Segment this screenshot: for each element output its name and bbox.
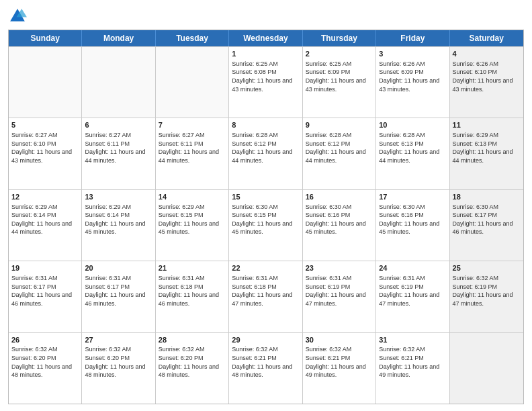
day-info: Sunrise: 6:28 AM Sunset: 6:13 PM Dayligh… — [379, 131, 446, 165]
day-info: Sunrise: 6:31 AM Sunset: 6:19 PM Dayligh… — [306, 274, 373, 308]
day-info: Sunrise: 6:32 AM Sunset: 6:21 PM Dayligh… — [232, 345, 299, 379]
calendar-cell: 25Sunrise: 6:32 AM Sunset: 6:19 PM Dayli… — [450, 261, 523, 332]
day-number: 16 — [306, 192, 373, 202]
day-number: 3 — [379, 49, 446, 59]
day-number: 31 — [379, 335, 446, 345]
calendar-cell: 9Sunrise: 6:28 AM Sunset: 6:12 PM Daylig… — [303, 118, 376, 189]
day-info: Sunrise: 6:31 AM Sunset: 6:18 PM Dayligh… — [232, 274, 299, 308]
day-info: Sunrise: 6:32 AM Sunset: 6:19 PM Dayligh… — [453, 274, 521, 308]
day-info: Sunrise: 6:27 AM Sunset: 6:10 PM Dayligh… — [11, 131, 79, 165]
day-number: 7 — [159, 120, 226, 130]
calendar-cell: 16Sunrise: 6:30 AM Sunset: 6:16 PM Dayli… — [303, 190, 376, 261]
day-info: Sunrise: 6:30 AM Sunset: 6:17 PM Dayligh… — [453, 203, 521, 236]
day-number: 10 — [379, 120, 446, 130]
day-info: Sunrise: 6:32 AM Sunset: 6:20 PM Dayligh… — [85, 345, 152, 379]
day-info: Sunrise: 6:32 AM Sunset: 6:21 PM Dayligh… — [306, 345, 373, 379]
day-number: 1 — [232, 49, 299, 59]
calendar-header-cell: Tuesday — [156, 30, 229, 46]
calendar-body: 1Sunrise: 6:25 AM Sunset: 6:08 PM Daylig… — [9, 46, 523, 404]
calendar-header-cell: Wednesday — [229, 30, 302, 46]
calendar-cell: 7Sunrise: 6:27 AM Sunset: 6:11 PM Daylig… — [156, 118, 229, 189]
day-number: 17 — [379, 192, 446, 202]
day-number: 19 — [11, 263, 79, 273]
calendar-cell: 8Sunrise: 6:28 AM Sunset: 6:12 PM Daylig… — [229, 118, 302, 189]
calendar-cell: 27Sunrise: 6:32 AM Sunset: 6:20 PM Dayli… — [82, 333, 155, 404]
day-info: Sunrise: 6:31 AM Sunset: 6:17 PM Dayligh… — [11, 274, 79, 308]
calendar-cell: 6Sunrise: 6:27 AM Sunset: 6:11 PM Daylig… — [82, 118, 155, 189]
calendar-week-2: 5Sunrise: 6:27 AM Sunset: 6:10 PM Daylig… — [9, 118, 523, 189]
calendar-week-5: 26Sunrise: 6:32 AM Sunset: 6:20 PM Dayli… — [9, 332, 523, 404]
calendar-cell: 22Sunrise: 6:31 AM Sunset: 6:18 PM Dayli… — [229, 261, 302, 332]
day-info: Sunrise: 6:31 AM Sunset: 6:19 PM Dayligh… — [379, 274, 446, 308]
day-info: Sunrise: 6:25 AM Sunset: 6:08 PM Dayligh… — [232, 60, 299, 93]
day-number: 4 — [453, 49, 521, 59]
header — [8, 7, 524, 26]
calendar-cell: 28Sunrise: 6:32 AM Sunset: 6:20 PM Dayli… — [156, 333, 229, 404]
day-number: 21 — [159, 263, 226, 273]
calendar-header-cell: Saturday — [450, 30, 523, 46]
calendar-cell: 24Sunrise: 6:31 AM Sunset: 6:19 PM Dayli… — [376, 261, 449, 332]
day-info: Sunrise: 6:26 AM Sunset: 6:09 PM Dayligh… — [379, 60, 446, 93]
day-info: Sunrise: 6:29 AM Sunset: 6:14 PM Dayligh… — [11, 203, 79, 236]
day-info: Sunrise: 6:32 AM Sunset: 6:20 PM Dayligh… — [11, 345, 79, 379]
calendar-cell: 13Sunrise: 6:29 AM Sunset: 6:14 PM Dayli… — [82, 190, 155, 261]
day-info: Sunrise: 6:31 AM Sunset: 6:18 PM Dayligh… — [159, 274, 226, 308]
calendar-cell: 12Sunrise: 6:29 AM Sunset: 6:14 PM Dayli… — [9, 190, 82, 261]
calendar-cell: 4Sunrise: 6:26 AM Sunset: 6:10 PM Daylig… — [450, 47, 523, 118]
day-info: Sunrise: 6:28 AM Sunset: 6:12 PM Dayligh… — [232, 131, 299, 165]
calendar-cell — [156, 47, 229, 118]
day-number: 20 — [85, 263, 152, 273]
calendar-cell — [450, 333, 523, 404]
day-info: Sunrise: 6:28 AM Sunset: 6:12 PM Dayligh… — [306, 131, 373, 165]
day-number: 25 — [453, 263, 521, 273]
day-info: Sunrise: 6:29 AM Sunset: 6:15 PM Dayligh… — [159, 203, 226, 236]
calendar-week-1: 1Sunrise: 6:25 AM Sunset: 6:08 PM Daylig… — [9, 46, 523, 118]
page: SundayMondayTuesdayWednesdayThursdayFrid… — [0, 0, 532, 411]
day-info: Sunrise: 6:30 AM Sunset: 6:16 PM Dayligh… — [306, 203, 373, 236]
day-number: 13 — [85, 192, 152, 202]
day-number: 27 — [85, 335, 152, 345]
day-number: 12 — [11, 192, 79, 202]
day-info: Sunrise: 6:31 AM Sunset: 6:17 PM Dayligh… — [85, 274, 152, 308]
calendar-cell — [82, 47, 155, 118]
day-number: 23 — [306, 263, 373, 273]
calendar-header-cell: Sunday — [9, 30, 82, 46]
calendar-cell: 17Sunrise: 6:30 AM Sunset: 6:16 PM Dayli… — [376, 190, 449, 261]
day-number: 29 — [232, 335, 299, 345]
day-number: 22 — [232, 263, 299, 273]
calendar-cell: 1Sunrise: 6:25 AM Sunset: 6:08 PM Daylig… — [229, 47, 302, 118]
day-number: 8 — [232, 120, 299, 130]
logo-icon — [8, 7, 27, 26]
day-number: 2 — [306, 49, 373, 59]
calendar-cell: 23Sunrise: 6:31 AM Sunset: 6:19 PM Dayli… — [303, 261, 376, 332]
day-info: Sunrise: 6:30 AM Sunset: 6:15 PM Dayligh… — [232, 203, 299, 236]
day-info: Sunrise: 6:29 AM Sunset: 6:13 PM Dayligh… — [453, 131, 521, 165]
day-info: Sunrise: 6:27 AM Sunset: 6:11 PM Dayligh… — [85, 131, 152, 165]
day-number: 15 — [232, 192, 299, 202]
day-number: 5 — [11, 120, 79, 130]
calendar-cell: 31Sunrise: 6:32 AM Sunset: 6:21 PM Dayli… — [376, 333, 449, 404]
calendar-cell: 18Sunrise: 6:30 AM Sunset: 6:17 PM Dayli… — [450, 190, 523, 261]
calendar-week-3: 12Sunrise: 6:29 AM Sunset: 6:14 PM Dayli… — [9, 189, 523, 261]
day-info: Sunrise: 6:27 AM Sunset: 6:11 PM Dayligh… — [159, 131, 226, 165]
day-number: 30 — [306, 335, 373, 345]
calendar-cell: 5Sunrise: 6:27 AM Sunset: 6:10 PM Daylig… — [9, 118, 82, 189]
calendar-header-cell: Friday — [376, 30, 449, 46]
day-info: Sunrise: 6:32 AM Sunset: 6:21 PM Dayligh… — [379, 345, 446, 379]
calendar-cell: 10Sunrise: 6:28 AM Sunset: 6:13 PM Dayli… — [376, 118, 449, 189]
day-number: 9 — [306, 120, 373, 130]
day-info: Sunrise: 6:32 AM Sunset: 6:20 PM Dayligh… — [159, 345, 226, 379]
calendar-cell: 11Sunrise: 6:29 AM Sunset: 6:13 PM Dayli… — [450, 118, 523, 189]
calendar-header-row: SundayMondayTuesdayWednesdayThursdayFrid… — [9, 30, 523, 46]
calendar-cell: 15Sunrise: 6:30 AM Sunset: 6:15 PM Dayli… — [229, 190, 302, 261]
logo — [8, 7, 30, 26]
calendar-cell: 26Sunrise: 6:32 AM Sunset: 6:20 PM Dayli… — [9, 333, 82, 404]
calendar-header-cell: Thursday — [303, 30, 376, 46]
calendar-cell — [9, 47, 82, 118]
calendar-cell: 30Sunrise: 6:32 AM Sunset: 6:21 PM Dayli… — [303, 333, 376, 404]
calendar-cell: 29Sunrise: 6:32 AM Sunset: 6:21 PM Dayli… — [229, 333, 302, 404]
calendar-cell: 21Sunrise: 6:31 AM Sunset: 6:18 PM Dayli… — [156, 261, 229, 332]
day-number: 14 — [159, 192, 226, 202]
calendar-cell: 19Sunrise: 6:31 AM Sunset: 6:17 PM Dayli… — [9, 261, 82, 332]
calendar-header-cell: Monday — [82, 30, 155, 46]
